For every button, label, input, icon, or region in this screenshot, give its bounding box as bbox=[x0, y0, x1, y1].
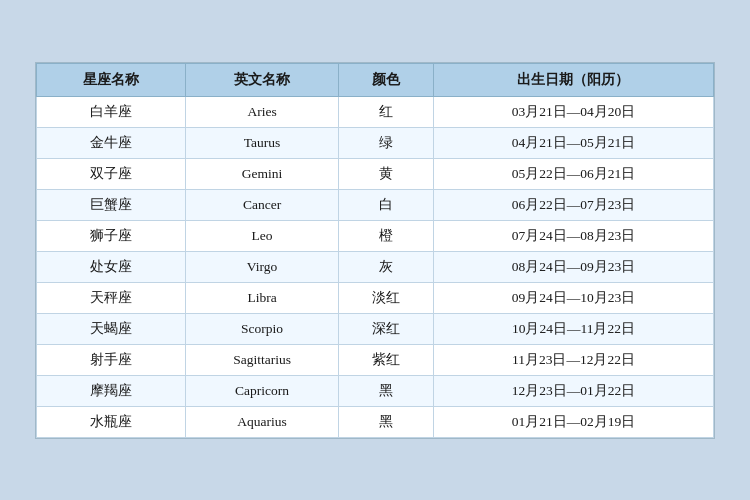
cell-color: 红 bbox=[338, 96, 433, 127]
cell-dates: 10月24日—11月22日 bbox=[433, 313, 713, 344]
cell-dates: 08月24日—09月23日 bbox=[433, 251, 713, 282]
cell-color: 淡红 bbox=[338, 282, 433, 313]
zodiac-table: 星座名称 英文名称 颜色 出生日期（阳历） 白羊座Aries红03月21日—04… bbox=[36, 63, 714, 438]
cell-chinese-name: 处女座 bbox=[37, 251, 186, 282]
cell-dates: 04月21日—05月21日 bbox=[433, 127, 713, 158]
cell-color: 橙 bbox=[338, 220, 433, 251]
cell-english-name: Sagittarius bbox=[186, 344, 339, 375]
table-row: 金牛座Taurus绿04月21日—05月21日 bbox=[37, 127, 714, 158]
cell-color: 黑 bbox=[338, 375, 433, 406]
cell-color: 黄 bbox=[338, 158, 433, 189]
cell-english-name: Libra bbox=[186, 282, 339, 313]
cell-color: 绿 bbox=[338, 127, 433, 158]
cell-dates: 06月22日—07月23日 bbox=[433, 189, 713, 220]
cell-english-name: Aries bbox=[186, 96, 339, 127]
cell-chinese-name: 双子座 bbox=[37, 158, 186, 189]
table-row: 射手座Sagittarius紫红11月23日—12月22日 bbox=[37, 344, 714, 375]
cell-chinese-name: 白羊座 bbox=[37, 96, 186, 127]
table-row: 白羊座Aries红03月21日—04月20日 bbox=[37, 96, 714, 127]
header-chinese-name: 星座名称 bbox=[37, 63, 186, 96]
table-row: 狮子座Leo橙07月24日—08月23日 bbox=[37, 220, 714, 251]
cell-chinese-name: 射手座 bbox=[37, 344, 186, 375]
cell-dates: 05月22日—06月21日 bbox=[433, 158, 713, 189]
cell-chinese-name: 金牛座 bbox=[37, 127, 186, 158]
table-row: 巨蟹座Cancer白06月22日—07月23日 bbox=[37, 189, 714, 220]
cell-color: 灰 bbox=[338, 251, 433, 282]
cell-english-name: Cancer bbox=[186, 189, 339, 220]
cell-english-name: Aquarius bbox=[186, 406, 339, 437]
cell-english-name: Capricorn bbox=[186, 375, 339, 406]
cell-chinese-name: 摩羯座 bbox=[37, 375, 186, 406]
cell-english-name: Taurus bbox=[186, 127, 339, 158]
cell-color: 白 bbox=[338, 189, 433, 220]
cell-chinese-name: 水瓶座 bbox=[37, 406, 186, 437]
cell-english-name: Virgo bbox=[186, 251, 339, 282]
cell-color: 紫红 bbox=[338, 344, 433, 375]
table-row: 天秤座Libra淡红09月24日—10月23日 bbox=[37, 282, 714, 313]
table-header-row: 星座名称 英文名称 颜色 出生日期（阳历） bbox=[37, 63, 714, 96]
cell-color: 黑 bbox=[338, 406, 433, 437]
table-row: 处女座Virgo灰08月24日—09月23日 bbox=[37, 251, 714, 282]
cell-dates: 11月23日—12月22日 bbox=[433, 344, 713, 375]
table-row: 摩羯座Capricorn黑12月23日—01月22日 bbox=[37, 375, 714, 406]
cell-dates: 03月21日—04月20日 bbox=[433, 96, 713, 127]
cell-chinese-name: 狮子座 bbox=[37, 220, 186, 251]
header-color: 颜色 bbox=[338, 63, 433, 96]
cell-english-name: Gemini bbox=[186, 158, 339, 189]
table-row: 水瓶座Aquarius黑01月21日—02月19日 bbox=[37, 406, 714, 437]
zodiac-table-container: 星座名称 英文名称 颜色 出生日期（阳历） 白羊座Aries红03月21日—04… bbox=[35, 62, 715, 439]
table-body: 白羊座Aries红03月21日—04月20日金牛座Taurus绿04月21日—0… bbox=[37, 96, 714, 437]
cell-dates: 07月24日—08月23日 bbox=[433, 220, 713, 251]
header-dates: 出生日期（阳历） bbox=[433, 63, 713, 96]
cell-dates: 01月21日—02月19日 bbox=[433, 406, 713, 437]
cell-english-name: Leo bbox=[186, 220, 339, 251]
table-row: 双子座Gemini黄05月22日—06月21日 bbox=[37, 158, 714, 189]
table-row: 天蝎座Scorpio深红10月24日—11月22日 bbox=[37, 313, 714, 344]
header-english-name: 英文名称 bbox=[186, 63, 339, 96]
cell-chinese-name: 天秤座 bbox=[37, 282, 186, 313]
cell-color: 深红 bbox=[338, 313, 433, 344]
cell-dates: 12月23日—01月22日 bbox=[433, 375, 713, 406]
cell-chinese-name: 巨蟹座 bbox=[37, 189, 186, 220]
cell-dates: 09月24日—10月23日 bbox=[433, 282, 713, 313]
cell-chinese-name: 天蝎座 bbox=[37, 313, 186, 344]
cell-english-name: Scorpio bbox=[186, 313, 339, 344]
